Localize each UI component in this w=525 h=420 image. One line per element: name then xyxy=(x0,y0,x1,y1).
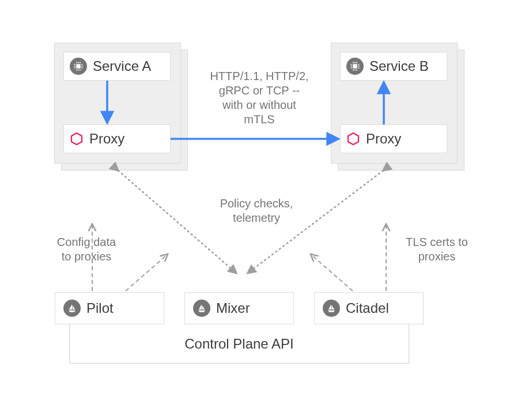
tls-line: TLS certs to xyxy=(406,236,468,248)
service-a-label: Service A xyxy=(93,58,151,74)
svg-rect-1 xyxy=(78,62,79,63)
svg-rect-18 xyxy=(358,66,359,67)
svg-rect-24 xyxy=(351,67,352,69)
proxy-a-box: Proxy xyxy=(63,124,171,153)
arrow-citadel-proxya xyxy=(311,255,353,291)
mixer-label: Mixer xyxy=(216,300,250,316)
svg-rect-20 xyxy=(356,62,357,63)
mixer-box: Mixer xyxy=(184,292,294,324)
service-b-box: Service B xyxy=(340,52,447,81)
svg-rect-6 xyxy=(80,62,81,63)
svg-rect-15 xyxy=(354,62,356,63)
svg-marker-27 xyxy=(348,133,358,145)
svg-rect-3 xyxy=(74,66,75,67)
proxy-b-label: Proxy xyxy=(366,131,401,147)
proxy-a-label: Proxy xyxy=(89,131,124,147)
svg-marker-13 xyxy=(71,133,82,145)
hexagon-icon xyxy=(346,132,360,146)
svg-rect-23 xyxy=(351,64,352,65)
svg-rect-26 xyxy=(358,67,359,69)
control-plane-api-label: Control Plane API xyxy=(184,336,293,352)
svg-rect-16 xyxy=(354,69,356,70)
svg-rect-21 xyxy=(353,69,354,70)
citadel-box: Citadel xyxy=(314,292,424,324)
tls-line: proxies xyxy=(418,250,455,263)
service-b-label: Service B xyxy=(369,58,429,74)
svg-rect-14 xyxy=(353,64,357,69)
svg-rect-17 xyxy=(351,66,352,67)
control-plane-api-box: Control Plane API xyxy=(69,324,409,364)
tls-annotation: TLS certs to proxies xyxy=(396,235,477,264)
svg-rect-10 xyxy=(74,67,75,69)
svg-rect-5 xyxy=(76,62,77,63)
config-line: to proxies xyxy=(62,250,112,263)
policy-line: Policy checks, xyxy=(220,197,293,210)
sail-icon xyxy=(63,300,81,317)
svg-rect-9 xyxy=(74,64,75,65)
protocols-line: gRPC or TCP -- xyxy=(219,84,300,97)
protocols-annotation: HTTP/1.1, HTTP/2, gRPC or TCP -- with or… xyxy=(202,69,317,127)
svg-rect-8 xyxy=(80,69,81,70)
policy-annotation: Policy checks, telemetry xyxy=(202,196,311,225)
svg-rect-2 xyxy=(78,69,79,70)
diagram-stage: Service A Proxy Service B xyxy=(0,0,525,420)
svg-rect-7 xyxy=(76,69,77,70)
sail-icon xyxy=(323,300,340,317)
arrow-pilot-proxyb xyxy=(126,255,167,291)
protocols-line: HTTP/1.1, HTTP/2, xyxy=(210,70,308,82)
svg-rect-12 xyxy=(81,67,82,69)
sail-icon xyxy=(193,300,210,317)
svg-rect-0 xyxy=(76,64,81,69)
svg-rect-19 xyxy=(353,62,354,63)
svg-rect-22 xyxy=(356,69,357,70)
chip-icon xyxy=(346,58,364,75)
pilot-box: Pilot xyxy=(55,292,164,324)
citadel-label: Citadel xyxy=(346,300,389,316)
config-annotation: Config data to proxies xyxy=(46,235,127,264)
config-line: Config data xyxy=(57,236,116,248)
protocols-line: mTLS xyxy=(244,113,274,126)
svg-rect-25 xyxy=(358,64,359,65)
proxy-b-box: Proxy xyxy=(340,124,447,153)
hexagon-icon xyxy=(70,132,84,146)
svg-rect-4 xyxy=(81,66,82,67)
svg-rect-11 xyxy=(81,64,82,65)
protocols-line: with or without xyxy=(222,99,296,111)
chip-icon xyxy=(70,58,87,75)
policy-line: telemetry xyxy=(233,211,280,224)
service-a-box: Service A xyxy=(63,52,171,81)
pilot-label: Pilot xyxy=(86,300,114,316)
